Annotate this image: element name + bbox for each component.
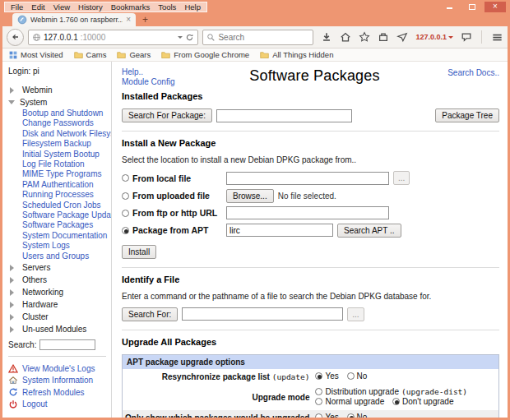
radio-icon[interactable] <box>392 398 400 405</box>
menu-tools[interactable]: Tools <box>158 2 176 12</box>
package-search-input[interactable] <box>216 109 352 122</box>
sidebar-item-users-and-groups[interactable]: Users and Groups <box>8 252 109 261</box>
sidebar-category-un-used-modules[interactable]: Un-used Modules <box>8 323 109 335</box>
sidebar-category-others[interactable]: Others <box>8 274 109 286</box>
sidebar-category-hardware[interactable]: Hardware <box>8 298 109 311</box>
hamburger-menu-icon[interactable] <box>491 31 503 44</box>
radio-from-ftp-or-http-url[interactable]: From ftp or http URL <box>122 208 222 218</box>
url-host: 127.0.0.1 <box>44 33 78 42</box>
sidebar-item-software-packages[interactable]: Software Packages <box>8 220 109 230</box>
menu-bookmarks[interactable]: Bookmarks <box>111 2 151 12</box>
radio-icon[interactable] <box>122 227 129 234</box>
url-bar[interactable]: 127.0.0.1 :10000 <box>28 30 198 45</box>
refresh-icon-link[interactable]: Refresh Modules <box>8 386 109 399</box>
sidebar-category-networking[interactable]: Networking <box>8 286 109 298</box>
browse-button[interactable]: Browse... <box>226 189 274 203</box>
search-bar[interactable] <box>202 30 313 45</box>
menu-edit[interactable]: Edit <box>31 2 44 12</box>
sidebar-item-system-documentation[interactable]: System Documentation <box>8 231 109 241</box>
search-for-package-button[interactable]: Search For Package: <box>122 108 212 122</box>
sidebar-item-system-logs[interactable]: System Logs <box>8 241 109 251</box>
sidebar-item-change-passwords[interactable]: Change Passwords <box>8 118 109 128</box>
sidebar-item-log-file-rotation[interactable]: Log File Rotation <box>8 159 109 169</box>
bookmark-folder-from-google-chrome[interactable]: From Google Chrome <box>161 50 249 59</box>
new-tab-button[interactable]: + <box>142 15 148 25</box>
radio-normal-upgrade[interactable]: Normal upgrade <box>315 397 384 406</box>
view-modules-logs-link[interactable]: View Module's Logs <box>8 362 109 375</box>
sidebar-item-bootup-and-shutdown[interactable]: Bootup and Shutdown <box>8 108 109 118</box>
hello-chat-icon[interactable] <box>461 31 472 43</box>
menu-help[interactable]: Help <box>184 2 201 12</box>
sidebar-item-mime-type-programs[interactable]: MIME Type Programs <box>8 169 109 179</box>
search-for-button[interactable]: Search For: <box>122 307 178 321</box>
expand-right-icon <box>10 326 17 333</box>
radio-icon[interactable] <box>315 372 322 380</box>
sidebar-category-webmin[interactable]: Webmin <box>8 84 109 96</box>
help-link[interactable]: Help.. <box>122 67 200 77</box>
tab-webmin[interactable]: Webmin 1.760 on raspberr... × <box>12 13 136 26</box>
menu-file[interactable]: File <box>11 2 23 12</box>
radio-icon[interactable] <box>122 192 129 200</box>
pocket-icon[interactable] <box>396 31 408 43</box>
maximize-button[interactable] <box>461 2 483 12</box>
identify-file-input[interactable] <box>182 307 343 321</box>
bookmark-star-icon[interactable] <box>359 31 370 43</box>
radio-icon[interactable] <box>315 413 322 418</box>
search-input[interactable] <box>218 33 327 42</box>
sidebar-category-system[interactable]: System <box>8 96 109 108</box>
bookmark-folder-cams[interactable]: Cams <box>74 50 107 59</box>
reload-icon[interactable] <box>185 33 194 42</box>
menu-view[interactable]: View <box>53 2 70 12</box>
logout-link[interactable]: Logout <box>8 399 109 411</box>
identify-file-chooser-button[interactable]: ... <box>347 307 364 321</box>
module-config-link[interactable]: Module Config <box>122 77 200 87</box>
radio-only-show-no[interactable]: No <box>347 413 368 418</box>
radio-package-from-apt[interactable]: Package from APT <box>122 225 222 235</box>
back-button[interactable] <box>7 29 24 46</box>
sidebar-category-cluster[interactable]: Cluster <box>8 311 109 323</box>
radio-icon[interactable] <box>347 413 355 418</box>
radio-icon[interactable] <box>122 174 129 182</box>
sidebar-item-scheduled-cron-jobs[interactable]: Scheduled Cron Jobs <box>8 201 109 210</box>
sidebar-search-input[interactable] <box>39 339 95 350</box>
radio-icon[interactable] <box>122 210 129 217</box>
apt-package-input[interactable] <box>226 224 333 237</box>
radio-from-uploaded-file[interactable]: From uploaded file <box>122 191 222 201</box>
minimize-button[interactable] <box>438 2 460 12</box>
sidebar-item-software-package-updates[interactable]: Software Package Updates <box>8 210 109 220</box>
local-file-input[interactable] <box>226 172 389 185</box>
search-apt-button[interactable]: Search APT .. <box>337 224 401 238</box>
download-icon[interactable] <box>321 31 332 43</box>
urlbar-dropdown-icon[interactable] <box>178 36 183 41</box>
radio-distribution-upgrade[interactable]: Distribution upgrade (upgrade-dist) <box>315 387 467 396</box>
radio-icon[interactable] <box>315 388 322 395</box>
sidebar-item-filesystem-backup[interactable]: Filesystem Backup <box>8 139 109 149</box>
sidebar-category-servers[interactable]: Servers <box>8 261 109 274</box>
sidebar-item-disk-and-network-filesystems[interactable]: Disk and Network Filesystems <box>8 129 109 139</box>
sidebar-item-pam-authentication[interactable]: PAM Authentication <box>8 180 109 190</box>
local-file-chooser-button[interactable]: ... <box>393 171 410 185</box>
radio-dont-upgrade[interactable]: Don't upgrade <box>392 397 454 406</box>
radio-resync-yes[interactable]: Yes <box>315 372 338 381</box>
bookmarks-library-icon[interactable] <box>378 31 389 43</box>
sidebar-item-initial-system-bootup[interactable]: Initial System Bootup <box>8 150 109 159</box>
package-url-input[interactable] <box>226 206 389 219</box>
bookmark-folder-all-things-hidden[interactable]: All Things Hidden <box>260 50 333 59</box>
sidebar-item-running-processes[interactable]: Running Processes <box>8 190 109 200</box>
site-identity-indicator[interactable]: 127.0.0.1 <box>415 33 453 41</box>
search-docs-link[interactable]: Search Docs.. <box>447 68 499 77</box>
package-tree-button[interactable]: Package Tree <box>435 108 499 122</box>
menu-history[interactable]: History <box>78 2 103 12</box>
home-icon[interactable] <box>340 31 351 43</box>
radio-only-show-yes[interactable]: Yes <box>315 413 338 418</box>
install-button[interactable]: Install <box>122 245 156 259</box>
radio-resync-no[interactable]: No <box>347 372 368 381</box>
bookmark-most-visited[interactable]: Most Visited <box>9 50 63 59</box>
system-information-link[interactable]: System Information <box>8 375 109 387</box>
tab-close-icon[interactable]: × <box>126 16 131 24</box>
bookmark-folder-gears[interactable]: Gears <box>117 50 151 59</box>
radio-icon[interactable] <box>347 372 355 380</box>
radio-icon[interactable] <box>315 398 322 405</box>
close-button[interactable]: × <box>484 2 506 12</box>
radio-from-local-file[interactable]: From local file <box>122 173 222 183</box>
